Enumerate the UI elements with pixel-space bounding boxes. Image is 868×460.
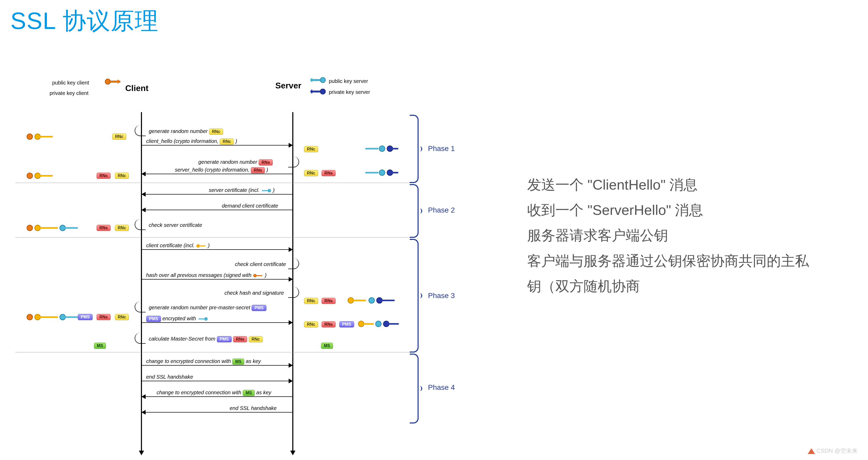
- svg-point-29: [35, 225, 40, 231]
- rn-badge: RNc: [304, 146, 318, 152]
- phase-separator: [16, 237, 412, 238]
- brace-icon: [410, 239, 418, 353]
- legend-public-key-server: public key server: [329, 78, 368, 84]
- arrow-change-enc1: [142, 365, 292, 366]
- note-line-1: 发送一个 "ClientHello" 消息: [527, 172, 861, 197]
- note-line-3: 服务器请求客户端公钥: [527, 223, 861, 248]
- svg-rect-5: [118, 80, 119, 84]
- key-icon: [26, 224, 84, 232]
- key-icon: [347, 297, 402, 304]
- ms-badge: MS: [94, 343, 106, 349]
- legend-private-key-client: private key client: [50, 90, 89, 96]
- msg-change-enc2: change to encrypted connection with MS a…: [157, 390, 271, 396]
- ssl-sequence-diagram: Client Server public key client private …: [16, 78, 480, 454]
- arrow-client-cert: [142, 249, 292, 250]
- phase-1-label: Phase 1: [428, 144, 455, 153]
- msg-hash: hash over all previous messages (signed …: [146, 272, 267, 278]
- svg-point-23: [379, 170, 385, 175]
- arrowhead-icon: [290, 451, 296, 455]
- rn-badge: RNs: [97, 173, 111, 179]
- pms-badge: PMS: [78, 314, 93, 320]
- key-icon: [365, 145, 399, 152]
- svg-point-24: [387, 170, 393, 175]
- msg-server-hello: server_hello (crypto information, RNs ): [175, 167, 268, 173]
- key-icon: [253, 273, 263, 278]
- rn-badge: RNc: [112, 133, 126, 140]
- svg-rect-14: [40, 136, 53, 137]
- brace-icon: [410, 184, 418, 238]
- key-icon: [26, 172, 57, 179]
- rn-badge: RNc: [115, 173, 129, 179]
- step-gen-pms: generate random number pre-master-secret…: [149, 304, 267, 311]
- svg-point-39: [27, 314, 33, 320]
- arrow-end1: [142, 381, 292, 381]
- self-call-arc: [288, 157, 299, 167]
- step-gen-rn-client: generate random number RNc: [149, 128, 223, 135]
- csdn-logo-icon: [808, 448, 815, 454]
- svg-rect-45: [353, 300, 366, 301]
- self-call-arc: [288, 258, 299, 269]
- rn-badge: RNs: [97, 225, 111, 231]
- key-icon-client-private: [104, 78, 123, 85]
- brace-icon: [410, 115, 418, 183]
- svg-point-40: [35, 314, 40, 320]
- svg-rect-53: [388, 323, 399, 325]
- rn-badge: RNs: [321, 321, 336, 328]
- msg-enc-pms: PMS encrypted with: [146, 316, 208, 322]
- svg-rect-48: [381, 300, 395, 301]
- arrow-demand-cert: [142, 210, 292, 210]
- svg-point-16: [35, 173, 40, 178]
- note-line-5: 钥（双方随机协商: [527, 273, 861, 299]
- svg-point-42: [60, 314, 65, 320]
- client-lifeline: [141, 112, 142, 451]
- note-line-4: 客户端与服务器通过公钥保密协商共同的主私: [527, 248, 861, 273]
- svg-point-15: [27, 173, 33, 178]
- rn-badge: RNs: [321, 298, 336, 304]
- rn-badge: RNs: [321, 170, 336, 176]
- pms-badge: PMS: [252, 305, 267, 311]
- rn-badge: RNc: [115, 225, 129, 231]
- svg-rect-11: [311, 90, 312, 93]
- svg-rect-36: [256, 275, 262, 276]
- self-call-arc: [135, 333, 146, 344]
- msg-demand-cert: demand client certificate: [222, 203, 278, 209]
- step-check-hash: check hash and signature: [224, 290, 284, 296]
- rn-badge: RNc: [115, 314, 129, 320]
- msg-end1: end SSL handshake: [146, 374, 193, 380]
- key-icon-server-public: [308, 77, 326, 84]
- rn-badge: RNc: [304, 298, 318, 304]
- msg-server-cert: server certificate (incl. ): [209, 187, 275, 193]
- rn-badge: RNs: [97, 314, 111, 320]
- msg-client-cert: client certificate (incl. ): [146, 242, 210, 249]
- arrowhead-icon: [139, 451, 144, 455]
- arrow-server-cert: [142, 194, 292, 195]
- svg-point-19: [379, 146, 385, 152]
- svg-point-44: [348, 298, 353, 303]
- svg-rect-34: [199, 245, 206, 247]
- svg-point-28: [27, 225, 33, 231]
- msg-change-enc1: change to encrypted connection with MS a…: [146, 358, 261, 365]
- key-icon: [365, 169, 399, 176]
- arrow-hash: [142, 279, 292, 280]
- self-call-arc: [288, 287, 299, 298]
- svg-rect-17: [40, 175, 53, 176]
- ms-badge: MS: [321, 343, 333, 349]
- key-icon: [196, 244, 207, 248]
- step-calc-ms: calculate Master-Secret from PMS RNs RNc: [149, 336, 263, 342]
- svg-point-49: [358, 321, 364, 327]
- step-check-server-cert: check server certificate: [149, 222, 202, 228]
- key-icon: [358, 320, 404, 328]
- phase-separator: [16, 183, 412, 183]
- rn-badge: RNs: [259, 159, 273, 166]
- svg-rect-50: [363, 323, 374, 325]
- brace-icon: [410, 354, 418, 424]
- svg-rect-32: [65, 227, 78, 229]
- arrow-pms: [142, 322, 292, 323]
- svg-rect-43: [65, 316, 78, 318]
- key-icon: [197, 317, 208, 321]
- svg-point-52: [383, 321, 389, 327]
- self-call-arc: [135, 125, 146, 136]
- rn-badge: RNc: [304, 321, 318, 328]
- key-icon: [26, 314, 84, 321]
- svg-point-31: [60, 225, 65, 231]
